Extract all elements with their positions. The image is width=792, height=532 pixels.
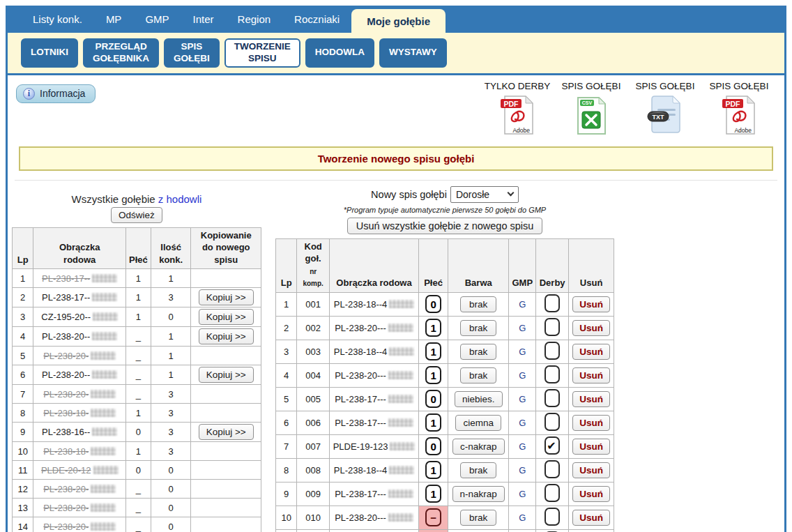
sex-toggle-button[interactable]: −	[425, 508, 441, 526]
derby-checkbox[interactable]	[544, 460, 560, 478]
sex-cell: 1	[419, 340, 448, 363]
color-button[interactable]: ciemna	[455, 415, 501, 431]
sex-toggle-button[interactable]: 1	[425, 413, 441, 432]
sex-toggle-button[interactable]: 1	[425, 319, 441, 337]
nav-tab[interactable]: Moje gołębie	[351, 9, 446, 33]
export-link[interactable]: TYLKO DERBY PDF Adobe	[480, 81, 554, 138]
pigeon-code: 001	[297, 292, 330, 316]
delete-button[interactable]: Usuń	[572, 415, 610, 431]
sex-toggle-button[interactable]: 1	[425, 342, 441, 360]
information-button[interactable]: i Informacja	[16, 84, 96, 103]
hodowla-link[interactable]: z hodowli	[158, 193, 202, 205]
ring-number: PL-238-20---	[329, 363, 418, 387]
subnav-button[interactable]: PRZEGLĄD GOŁĘBNIKA	[83, 38, 159, 68]
copy-button[interactable]: Kopiuj >>	[199, 289, 254, 305]
copy-cell	[191, 480, 261, 499]
copy-button[interactable]: Kopiuj >>	[199, 424, 254, 440]
color-cell: c-nakrap	[448, 434, 509, 458]
sex-toggle-button[interactable]: 1	[425, 366, 441, 384]
delete-button[interactable]: Usuń	[572, 367, 610, 383]
derby-checkbox[interactable]	[544, 484, 560, 502]
delete-button[interactable]: Usuń	[572, 462, 610, 478]
subnav-button[interactable]: TWORZENIE SPISU	[224, 38, 300, 68]
sex-cell: −	[419, 529, 448, 532]
color-button[interactable]: brak	[460, 510, 496, 526]
ring-number: PL-238-20-	[33, 385, 126, 404]
export-label: SPIS GOŁĘBI	[710, 81, 769, 91]
column-header-lp: Lp	[13, 227, 33, 269]
nav-tab[interactable]: MP	[94, 6, 134, 33]
subnav-button[interactable]: WYSTAWY	[379, 38, 447, 68]
list-row: 10 010 PL-238-20--- − brak G Usuń	[276, 506, 614, 529]
delete-button[interactable]: Usuń	[572, 486, 610, 502]
masked-text	[388, 324, 413, 332]
derby-checkbox[interactable]	[544, 389, 560, 407]
export-link[interactable]: SPIS GOŁĘBI CSV	[554, 81, 628, 138]
column-header-derby: Derby	[536, 238, 569, 292]
nav-tab[interactable]: Roczniaki	[282, 6, 351, 33]
subnav-button[interactable]: HODOWLA	[305, 38, 374, 68]
delete-button[interactable]: Usuń	[572, 510, 610, 526]
copy-button[interactable]: Kopiuj >>	[199, 367, 254, 383]
sex-value: _	[126, 347, 151, 365]
list-type-select[interactable]: Dorosłe	[450, 186, 519, 203]
nav-tab[interactable]: Inter	[181, 6, 226, 33]
delete-button[interactable]: Usuń	[572, 320, 610, 336]
color-button[interactable]: c-nakrap	[452, 439, 505, 455]
copy-button[interactable]: Kopiuj >>	[199, 309, 254, 325]
row-number: 14	[13, 517, 33, 532]
color-button[interactable]: brak	[460, 462, 496, 478]
sex-toggle-button[interactable]: 1	[425, 461, 441, 479]
sex-toggle-button[interactable]: 0	[425, 295, 441, 313]
sex-toggle-button[interactable]: 0	[425, 390, 441, 408]
subnav-button[interactable]: LOTNIKI	[21, 38, 78, 68]
derby-checkbox[interactable]	[544, 365, 560, 383]
nav-tab[interactable]: Listy konk.	[21, 6, 94, 33]
pigeon-row: 11 PLDE-20-12 0 0	[13, 461, 261, 480]
pigeon-code: 005	[297, 387, 330, 411]
derby-cell	[536, 316, 569, 340]
derby-checkbox[interactable]	[544, 413, 560, 431]
derby-checkbox[interactable]	[544, 508, 560, 526]
color-button[interactable]: brak	[460, 344, 496, 360]
color-button[interactable]: brak	[460, 296, 496, 312]
nav-tab[interactable]: GMP	[133, 6, 181, 33]
export-link[interactable]: SPIS GOŁĘBI PDF Adobe	[702, 81, 776, 138]
delete-button[interactable]: Usuń	[572, 391, 610, 407]
export-link[interactable]: SPIS GOŁĘBI TXT	[628, 81, 702, 138]
delete-button[interactable]: Usuń	[572, 296, 610, 312]
subnav-button[interactable]: SPIS GOŁĘBI	[164, 38, 220, 68]
delete-button[interactable]: Usuń	[572, 439, 610, 455]
refresh-button[interactable]: Odśwież	[111, 207, 162, 223]
color-button[interactable]: brak	[460, 320, 496, 336]
derby-checkbox[interactable]	[544, 342, 560, 360]
main-navigation: Listy konk.MPGMPInterRegionRoczniakiMoje…	[8, 6, 784, 33]
derby-checkbox[interactable]	[544, 436, 560, 455]
export-icon-wrap: CSV	[573, 93, 609, 138]
ring-number: PL-238-16--	[33, 423, 126, 442]
sex-toggle-button[interactable]: 1	[425, 485, 441, 503]
derby-checkbox[interactable]	[544, 318, 560, 336]
masked-text	[91, 485, 116, 493]
sex-value: 1	[126, 442, 151, 461]
new-list-label: Nowy spis gołębi	[371, 189, 447, 200]
copy-button[interactable]: Kopiuj >>	[199, 328, 254, 344]
delete-cell: Usuń	[569, 411, 614, 434]
ring-number: PL-238-20---	[329, 506, 418, 529]
derby-cell	[536, 340, 569, 363]
color-button[interactable]: niebies.	[455, 391, 503, 407]
row-number: 13	[13, 499, 33, 517]
information-button-label: Informacja	[40, 88, 85, 99]
sex-toggle-button[interactable]: 0	[425, 437, 441, 455]
ring-number: PL-238-20--	[33, 327, 126, 347]
derby-checkbox[interactable]	[544, 294, 560, 312]
delete-button[interactable]: Usuń	[572, 344, 610, 360]
gmp-note: *Program typuje automatycznie pierwsze 5…	[275, 206, 614, 214]
competition-count: 3	[151, 423, 191, 442]
masked-text	[91, 351, 116, 360]
clear-list-button[interactable]: Usuń wszystkie gołębie z nowego spisu	[347, 218, 543, 234]
color-button[interactable]: brak	[460, 367, 496, 383]
delete-cell: Usuń	[569, 529, 614, 532]
color-button[interactable]: n-nakrap	[452, 486, 505, 502]
nav-tab[interactable]: Region	[226, 6, 283, 33]
